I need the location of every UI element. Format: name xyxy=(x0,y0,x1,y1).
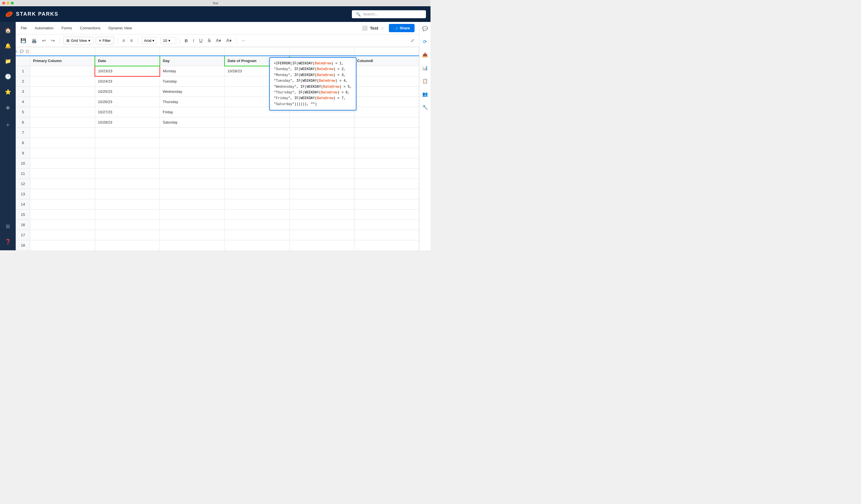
date-cell[interactable]: 10/25/23 xyxy=(95,87,160,97)
sidebar-folders-icon[interactable]: 📁 xyxy=(3,56,13,66)
day2-cell[interactable] xyxy=(289,179,354,189)
menu-connections[interactable]: Connections xyxy=(80,25,101,31)
date-cell[interactable] xyxy=(95,230,160,240)
day2-cell[interactable] xyxy=(289,148,354,158)
day2-cell[interactable] xyxy=(289,128,354,138)
day-cell[interactable] xyxy=(160,210,225,220)
col6-cell[interactable] xyxy=(354,148,419,158)
save-button[interactable]: 💾 xyxy=(19,37,28,44)
day2-cell[interactable] xyxy=(289,199,354,210)
primary-cell[interactable] xyxy=(30,158,95,169)
search-box[interactable]: 🔍 Search... xyxy=(352,10,426,18)
date-column-header[interactable]: Date xyxy=(95,56,160,66)
share-button[interactable]: 👥 Share xyxy=(389,24,414,32)
col6-cell[interactable] xyxy=(354,189,419,199)
sidebar-home-icon[interactable]: 🏠 xyxy=(3,25,13,36)
primary-column-header[interactable]: Primary Column xyxy=(30,56,95,66)
sidebar-help-icon[interactable]: ❓ xyxy=(3,237,13,247)
close-button[interactable] xyxy=(2,2,5,4)
sidebar-add-icon[interactable]: + xyxy=(3,120,13,130)
table-row[interactable]: 210/24/23Tuesday xyxy=(16,76,419,87)
align-left-button[interactable]: ≡ xyxy=(121,37,126,44)
date-cell[interactable] xyxy=(95,189,160,199)
table-row[interactable]: 410/26/23Thursday xyxy=(16,97,419,107)
date-of-program-cell[interactable] xyxy=(224,179,289,189)
menu-forms[interactable]: Forms xyxy=(61,25,73,31)
sidebar-apps-icon[interactable]: ◈ xyxy=(3,102,13,112)
date-of-program-cell[interactable] xyxy=(224,199,289,210)
date-of-program-cell[interactable] xyxy=(224,210,289,220)
day-cell[interactable]: Saturday xyxy=(160,117,225,128)
day2-cell[interactable] xyxy=(289,169,354,179)
date-of-program-cell[interactable] xyxy=(224,128,289,138)
day2-cell[interactable] xyxy=(289,220,354,230)
date-of-program-cell[interactable] xyxy=(224,230,289,240)
sidebar-history-icon[interactable]: 🕐 xyxy=(3,71,13,82)
table-row[interactable]: 10 xyxy=(16,158,419,169)
col6-cell[interactable] xyxy=(354,240,419,251)
date-cell[interactable]: 10/27/23 xyxy=(95,107,160,117)
day-column-header[interactable]: Day xyxy=(160,56,225,66)
day2-cell[interactable] xyxy=(289,230,354,240)
col6-cell[interactable] xyxy=(354,220,419,230)
primary-cell[interactable] xyxy=(30,199,95,210)
day-cell[interactable]: Thursday xyxy=(160,97,225,107)
table-row[interactable]: 16 xyxy=(16,220,419,230)
highlight-button[interactable]: A▾ xyxy=(215,37,223,44)
date-of-program-cell[interactable] xyxy=(224,169,289,179)
date-cell[interactable]: 10/26/23 xyxy=(95,97,160,107)
table-row[interactable]: 110/23/23Monday10/28/23 xyxy=(16,66,419,76)
menu-automation[interactable]: Automation xyxy=(34,25,54,31)
day-cell[interactable] xyxy=(160,158,225,169)
col6-cell[interactable] xyxy=(354,158,419,169)
primary-cell[interactable] xyxy=(30,87,95,97)
day-cell[interactable] xyxy=(160,220,225,230)
table-row[interactable]: 14 xyxy=(16,199,419,210)
date-cell[interactable] xyxy=(95,128,160,138)
right-tools-icon[interactable]: 🔧 xyxy=(421,103,429,111)
day2-cell[interactable] xyxy=(289,138,354,148)
table-row[interactable]: 12 xyxy=(16,179,419,189)
primary-cell[interactable] xyxy=(30,220,95,230)
primary-cell[interactable] xyxy=(30,189,95,199)
date-cell[interactable]: 10/24/23 xyxy=(95,76,160,87)
date-cell[interactable] xyxy=(95,169,160,179)
primary-cell[interactable] xyxy=(30,117,95,128)
date-of-program-cell[interactable] xyxy=(224,138,289,148)
more-options-button[interactable]: ··· xyxy=(240,37,247,44)
day-cell[interactable] xyxy=(160,199,225,210)
primary-cell[interactable] xyxy=(30,169,95,179)
sidebar-grid-icon[interactable]: ⊞ xyxy=(3,221,13,232)
right-contacts-icon[interactable]: 👥 xyxy=(421,90,429,98)
day-cell[interactable]: Friday xyxy=(160,107,225,117)
day2-cell[interactable] xyxy=(289,189,354,199)
right-reports-icon[interactable]: 📋 xyxy=(421,76,429,85)
primary-cell[interactable] xyxy=(30,128,95,138)
primary-cell[interactable] xyxy=(30,76,95,87)
col6-cell[interactable] xyxy=(354,117,419,128)
date-cell[interactable] xyxy=(95,210,160,220)
col6-cell[interactable] xyxy=(354,76,419,87)
right-publish-icon[interactable]: 📤 xyxy=(421,51,429,59)
table-row[interactable]: 8 xyxy=(16,138,419,148)
date-of-program-cell[interactable] xyxy=(224,240,289,251)
date-cell[interactable] xyxy=(95,158,160,169)
table-row[interactable]: 510/27/23Friday xyxy=(16,107,419,117)
primary-cell[interactable] xyxy=(30,210,95,220)
col6-cell[interactable] xyxy=(354,66,419,76)
day-cell[interactable] xyxy=(160,189,225,199)
grid-view-button[interactable]: ⊞ Grid View ▾ xyxy=(63,37,94,44)
table-row[interactable]: 310/25/23Wednesday xyxy=(16,87,419,97)
undo-button[interactable]: ↩ xyxy=(41,37,47,44)
text-color-button[interactable]: A▾ xyxy=(225,37,233,44)
day-cell[interactable] xyxy=(160,138,225,148)
favorite-star-icon[interactable]: ☆ xyxy=(381,26,384,30)
bold-button[interactable]: B xyxy=(183,37,189,44)
table-row[interactable]: 18 xyxy=(16,240,419,251)
col6-cell[interactable] xyxy=(354,128,419,138)
date-of-program-cell[interactable] xyxy=(224,189,289,199)
day2-cell[interactable] xyxy=(289,240,354,251)
col6-cell[interactable] xyxy=(354,107,419,117)
redo-button[interactable]: ↪ xyxy=(50,37,56,44)
right-activity-icon[interactable]: ⟳ xyxy=(421,37,429,46)
